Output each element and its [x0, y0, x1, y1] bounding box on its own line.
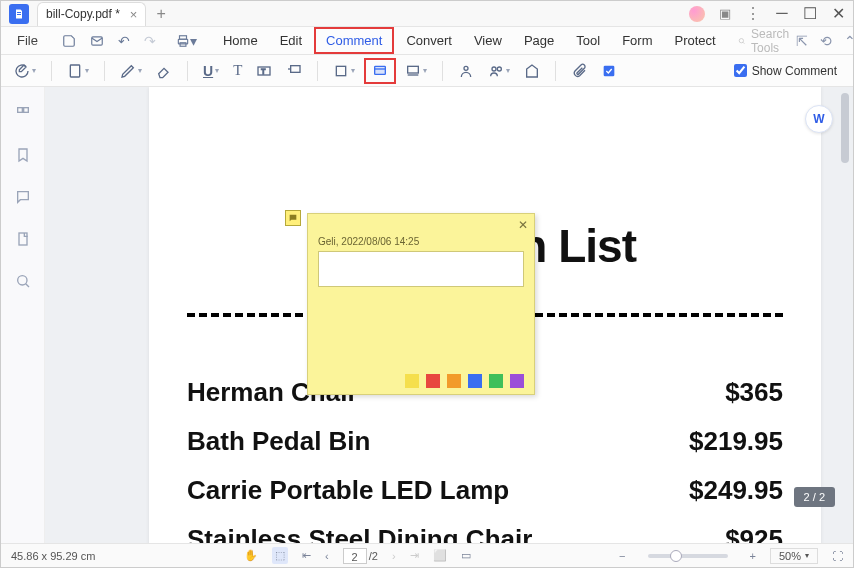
- item-name: Stainless Steel Dining Chair: [187, 524, 532, 543]
- stamp-person-tool[interactable]: [453, 60, 479, 82]
- first-page-icon[interactable]: ⇤: [302, 549, 311, 562]
- eraser-tool[interactable]: [151, 60, 177, 82]
- more-menu-icon[interactable]: ⋮: [745, 4, 761, 23]
- measure-tool[interactable]: [519, 60, 545, 82]
- menu-tab-page[interactable]: Page: [514, 29, 564, 52]
- checkbox-tool[interactable]: [596, 60, 622, 82]
- menu-tab-protect[interactable]: Protect: [664, 29, 725, 52]
- note-color-swatch[interactable]: [468, 374, 482, 388]
- attachments-panel-icon[interactable]: [15, 231, 31, 251]
- bookmarks-icon[interactable]: [15, 147, 31, 167]
- menu-tab-edit[interactable]: Edit: [270, 29, 312, 52]
- close-tab-icon[interactable]: ×: [130, 7, 138, 22]
- whatsnew-icon[interactable]: ▣: [719, 6, 731, 21]
- save-icon[interactable]: [56, 32, 82, 50]
- last-page-icon[interactable]: ⇥: [410, 549, 419, 562]
- menu-tab-form[interactable]: Form: [612, 29, 662, 52]
- svg-text:T: T: [262, 67, 266, 74]
- item-price: $925: [725, 524, 783, 543]
- note-text-input[interactable]: [318, 251, 524, 287]
- note-color-swatch[interactable]: [405, 374, 419, 388]
- zoom-slider[interactable]: [648, 554, 728, 558]
- comments-panel-icon[interactable]: [15, 189, 31, 209]
- svg-rect-0: [17, 12, 21, 13]
- zoom-out-icon[interactable]: −: [619, 550, 625, 562]
- show-comment-toggle[interactable]: Show Comment: [734, 64, 845, 78]
- cloud-sync-icon[interactable]: ⟲: [820, 33, 832, 49]
- note-timestamp: 2022/08/06 14:25: [341, 236, 419, 247]
- minimize-button[interactable]: ─: [775, 4, 789, 23]
- highlight-tool[interactable]: ▾: [62, 60, 94, 82]
- note-marker-icon[interactable]: [285, 210, 301, 226]
- search-tools[interactable]: Search Tools: [738, 27, 794, 55]
- vertical-scrollbar[interactable]: [841, 93, 849, 163]
- svg-rect-12: [375, 66, 386, 74]
- share-icon[interactable]: ⇱: [796, 33, 808, 49]
- mail-icon[interactable]: [84, 32, 110, 50]
- zoom-in-icon[interactable]: +: [750, 550, 756, 562]
- word-export-icon[interactable]: W: [805, 105, 833, 133]
- print-icon[interactable]: ▾: [170, 31, 203, 51]
- zoom-value[interactable]: 50%▾: [770, 548, 818, 564]
- menu-tab-view[interactable]: View: [464, 29, 512, 52]
- note-popup[interactable]: ✕ Geli, 2022/08/06 14:25: [307, 213, 535, 395]
- list-item: Bath Pedal Bin$219.95: [187, 426, 783, 457]
- menu-tab-comment[interactable]: Comment: [314, 27, 394, 54]
- collapse-ribbon-icon[interactable]: ⌃: [844, 33, 854, 49]
- thumbnails-icon[interactable]: [15, 105, 31, 125]
- undo-icon[interactable]: ↶: [112, 31, 136, 51]
- page-badge: 2 / 2: [794, 487, 835, 507]
- document-tab[interactable]: bill-Copy.pdf * ×: [37, 2, 146, 26]
- note-tool[interactable]: ▾: [9, 60, 41, 82]
- fit-width-icon[interactable]: ▭: [461, 549, 471, 562]
- list-item: Carrie Portable LED Lamp$249.95: [187, 475, 783, 506]
- svg-rect-20: [19, 233, 27, 245]
- note-close-icon[interactable]: ✕: [518, 218, 528, 232]
- sticky-note-tool[interactable]: [364, 58, 396, 84]
- add-tab-button[interactable]: +: [156, 5, 165, 23]
- menu-tab-home[interactable]: Home: [213, 29, 268, 52]
- fit-page-icon[interactable]: ⬜: [433, 549, 447, 562]
- page-current-input[interactable]: 2: [343, 548, 367, 564]
- select-tool-icon[interactable]: ⬚: [272, 547, 288, 564]
- note-color-swatch[interactable]: [510, 374, 524, 388]
- app-logo: [9, 4, 29, 24]
- prev-page-icon[interactable]: ‹: [325, 550, 329, 562]
- note-color-swatch[interactable]: [489, 374, 503, 388]
- file-menu[interactable]: File: [7, 33, 48, 48]
- note-color-swatch[interactable]: [447, 374, 461, 388]
- menu-tab-tool[interactable]: Tool: [566, 29, 610, 52]
- show-comment-checkbox[interactable]: [734, 64, 747, 77]
- svg-rect-17: [604, 65, 615, 76]
- redo-icon[interactable]: ↷: [138, 31, 162, 51]
- close-window-button[interactable]: ✕: [831, 4, 845, 23]
- stamp-tool[interactable]: ▾: [400, 60, 432, 82]
- hand-tool-icon[interactable]: ✋: [244, 549, 258, 562]
- fullscreen-icon[interactable]: ⛶: [832, 550, 843, 562]
- signature-tool[interactable]: ▾: [483, 60, 515, 82]
- page-total: /2: [369, 550, 378, 562]
- underline-tool[interactable]: U▾: [198, 60, 224, 82]
- search-panel-icon[interactable]: [15, 273, 31, 293]
- textbox-tool[interactable]: T: [251, 60, 277, 82]
- shape-tool[interactable]: ▾: [328, 60, 360, 82]
- attachment-tool[interactable]: [566, 60, 592, 82]
- show-comment-label: Show Comment: [752, 64, 837, 78]
- next-page-icon[interactable]: ›: [392, 550, 396, 562]
- pencil-tool[interactable]: ▾: [115, 60, 147, 82]
- svg-point-14: [464, 66, 468, 70]
- search-placeholder: Search Tools: [751, 27, 794, 55]
- item-price: $219.95: [689, 426, 783, 457]
- svg-rect-10: [291, 65, 300, 72]
- svg-rect-1: [17, 14, 21, 15]
- callout-tool[interactable]: [281, 60, 307, 82]
- menu-tab-convert[interactable]: Convert: [396, 29, 462, 52]
- svg-point-21: [17, 276, 26, 285]
- svg-point-16: [498, 67, 502, 71]
- maximize-button[interactable]: ☐: [803, 4, 817, 23]
- text-tool[interactable]: T: [228, 59, 247, 82]
- ai-assist-icon[interactable]: [689, 6, 705, 22]
- note-color-swatch[interactable]: [426, 374, 440, 388]
- item-price: $365: [725, 377, 783, 408]
- item-price: $249.95: [689, 475, 783, 506]
